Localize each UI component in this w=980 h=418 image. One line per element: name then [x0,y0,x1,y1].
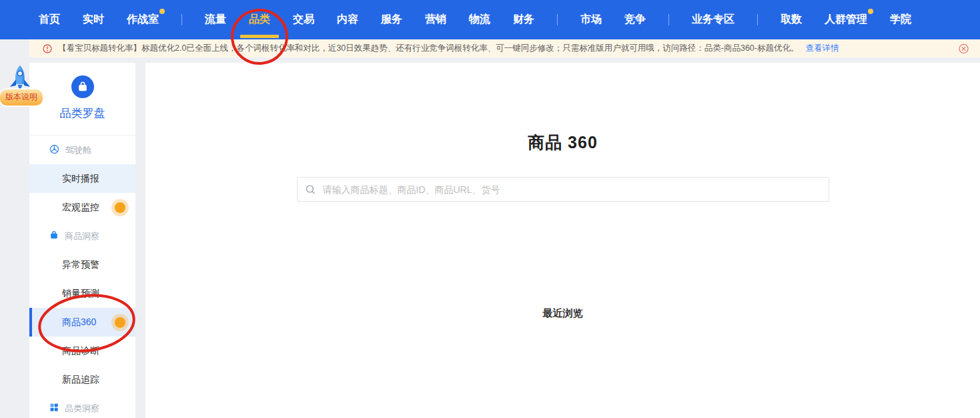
warning-icon [43,44,52,53]
main-panel: 商品 360 最近浏览 [145,63,980,418]
sidebar-item-label: 新品追踪 [62,374,99,386]
nav-item-data-fetch[interactable]: 取数 [781,0,802,39]
search-icon [306,184,316,194]
sidebar: 品类罗盘 驾驶舱 实时播报 宏观监控 商品洞察 [29,63,135,418]
sidebar-item-product-diagnosis[interactable]: 商品诊断 [29,337,135,365]
grid-icon [49,403,59,414]
product-name: 品类罗盘 [29,106,135,121]
nav-item-logistics[interactable]: 物流 [469,0,490,39]
sidebar-item-label: 异常预警 [62,259,99,271]
product-search-input[interactable] [297,177,829,202]
shopping-bag-icon [71,75,94,98]
nav-item-audience[interactable]: 人群管理 [825,0,867,39]
nav-item-academy[interactable]: 学院 [890,0,911,39]
nav-divider [757,14,758,25]
nav-item-business-zone[interactable]: 业务专区 [692,0,734,39]
nav-item-market[interactable]: 市场 [580,0,602,39]
helm-icon [49,144,59,156]
nav-item-home[interactable]: 首页 [39,0,60,39]
top-nav: 首页 实时 作战室 流量 品类 交易 内容 服务 营销 物流 财务 市场 竞争 … [0,0,980,39]
nav-item-category[interactable]: 品类 [249,0,270,39]
sidebar-section-label: 驾驶舱 [65,144,91,156]
sidebar-item-anomaly-alert[interactable]: 异常预警 [29,250,135,279]
nav-item-trade[interactable]: 交易 [293,0,314,39]
nav-item-service[interactable]: 服务 [381,0,402,39]
nav-item-finance[interactable]: 财务 [513,0,534,39]
sidebar-item-label: 商品360 [62,317,96,329]
search-bar [297,177,829,202]
sidebar-section-label: 品类洞察 [65,403,99,415]
page-title: 商品 360 [145,132,980,154]
nav-item-realtime[interactable]: 实时 [83,0,104,39]
new-badge-dot [159,9,165,14]
sidebar-item-new-product-tracking[interactable]: 新品追踪 [29,365,135,394]
sidebar-item-label: 商品诊断 [62,345,99,357]
sidebar-item-realtime-broadcast[interactable]: 实时播报 [29,164,135,193]
version-tag[interactable]: 版本说明 [0,89,43,106]
sidebar-item-sales-forecast[interactable]: 销量预测 [29,279,135,308]
sidebar-section-product-insight: 商品洞察 [29,222,135,250]
sidebar-item-macro-monitor[interactable]: 宏观监控 [29,193,135,222]
new-badge-dot [868,9,873,14]
orange-badge-dot [115,317,125,328]
bag-icon [49,230,59,242]
nav-divider [668,14,669,25]
banner-text: 【看宝贝标题转化率】标题优化2.0已全面上线，各个词根转化率和对比，近30日效果… [58,43,799,54]
nav-item-content[interactable]: 内容 [337,0,358,39]
sidebar-item-label: 销量预测 [62,288,99,300]
sidebar-section-label: 商品洞察 [65,230,99,242]
banner-detail-link[interactable]: 查看详情 [805,43,839,54]
nav-item-war-room[interactable]: 作战室 [127,0,159,39]
sidebar-logo: 品类罗盘 [29,63,135,136]
sidebar-item-label: 宏观监控 [62,202,99,214]
orange-badge-dot [115,202,125,213]
notice-banner: 【看宝贝标题转化率】标题优化2.0已全面上线，各个词根转化率和对比，近30日效果… [29,39,980,57]
recent-browse-title: 最近浏览 [145,307,980,320]
sidebar-section-cockpit: 驾驶舱 [29,136,135,164]
sidebar-item-product-360[interactable]: 商品360 [29,308,135,337]
sidebar-item-label: 实时播报 [62,173,99,185]
sidebar-section-category-insight: 品类洞察 [29,394,135,418]
nav-divider [557,14,558,25]
nav-item-competition[interactable]: 竞争 [624,0,646,39]
nav-item-traffic[interactable]: 流量 [205,0,226,39]
close-circle-icon[interactable] [959,43,969,53]
nav-item-marketing[interactable]: 营销 [425,0,446,39]
nav-divider [181,14,182,25]
